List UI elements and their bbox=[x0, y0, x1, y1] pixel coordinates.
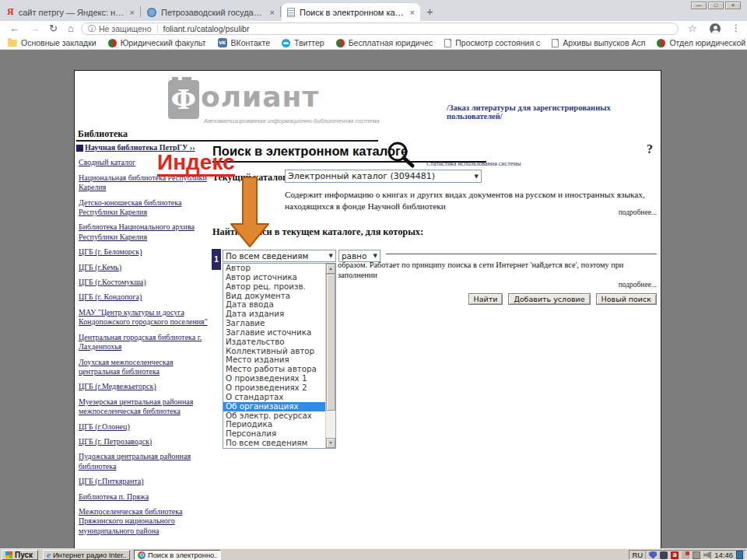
dropdown-option[interactable]: О произведениях 1 bbox=[223, 374, 325, 383]
clock[interactable]: 14:46 bbox=[714, 551, 733, 559]
sidebar-item[interactable]: ЦГБ (г.Костомукша) bbox=[79, 278, 209, 287]
sidebar-item[interactable]: ЦГБ (г.Медвежьегорск) bbox=[79, 382, 209, 391]
tab-close-icon[interactable]: × bbox=[410, 8, 415, 17]
bookmark-star-icon[interactable]: ☆ bbox=[688, 23, 697, 34]
site-icon bbox=[108, 39, 117, 47]
chevron-down-icon: ▼ bbox=[329, 253, 333, 259]
close-icon[interactable]: × bbox=[725, 2, 741, 9]
windows-flag-icon bbox=[5, 551, 12, 558]
find-button[interactable]: Найти bbox=[468, 293, 503, 305]
sidebar-item[interactable]: ЦГБ (г.Кемь) bbox=[79, 263, 209, 272]
sidebar-item[interactable]: МАУ "Центр культуры и досуга Кондопожско… bbox=[79, 308, 209, 327]
dropdown-option[interactable]: Коллективный автор bbox=[223, 347, 325, 356]
scroll-up-icon[interactable]: ▲ bbox=[326, 264, 335, 274]
sidebar-item[interactable]: Центральная городская библиотека г. Лахд… bbox=[79, 333, 209, 352]
minimize-icon[interactable]: — bbox=[691, 2, 707, 9]
search-field-select[interactable]: По всем сведениям ▼ bbox=[223, 250, 336, 262]
catalog-select[interactable]: Электронный каталог (3094481) ▼ bbox=[285, 170, 482, 183]
sidebar-item[interactable]: Межпоселенческая библиотека Пряжинского … bbox=[79, 507, 209, 536]
dropdown-option[interactable]: Вид документа bbox=[223, 292, 325, 301]
new-search-button[interactable]: Новый поиск bbox=[596, 293, 657, 305]
sidebar-item[interactable]: ЦГБ (г. Кондопога) bbox=[79, 292, 209, 302]
hint-more-link[interactable]: подробнее... bbox=[573, 281, 657, 289]
add-condition-button[interactable]: Добавить условие bbox=[508, 293, 590, 305]
dropdown-option-selected[interactable]: Об организациях bbox=[223, 402, 325, 411]
back-icon[interactable]: ← bbox=[9, 23, 19, 34]
help-link[interactable]: ? bbox=[647, 142, 653, 156]
taskbar: Пуск e Интернет радио Inter... Поиск в э… bbox=[0, 548, 747, 560]
bookmark-item[interactable]: Архивы выпусков Асп bbox=[552, 38, 645, 47]
security-shield-icon[interactable] bbox=[649, 551, 657, 559]
dropdown-option[interactable]: Место издания bbox=[223, 355, 325, 365]
taskbar-task-ie[interactable]: e Интернет радио Inter... bbox=[43, 550, 130, 560]
dropdown-options-list: Автор Автор источника Автор рец. произв.… bbox=[223, 264, 325, 448]
language-indicator[interactable]: RU bbox=[632, 551, 646, 559]
volume-icon[interactable] bbox=[703, 551, 711, 559]
tray-status-icon[interactable] bbox=[682, 551, 689, 559]
dropdown-option[interactable]: Автор источника bbox=[223, 273, 325, 282]
bookmark-item[interactable]: Просмотр состояния с bbox=[444, 38, 540, 47]
sidebar-item[interactable]: Пудожская центральная районная библиотек… bbox=[79, 452, 209, 471]
dropdown-option[interactable]: О стандартах bbox=[223, 393, 325, 402]
dropdown-option[interactable]: Персоналия bbox=[223, 429, 325, 439]
search-value-input[interactable] bbox=[386, 243, 657, 254]
tab-close-icon[interactable]: × bbox=[270, 8, 275, 17]
dropdown-option[interactable]: Заглавие источника bbox=[223, 328, 325, 338]
browser-toolbar: ← → ↻ ⌂ ⓘ Не защищено foliant.ru/catalog… bbox=[0, 21, 747, 37]
dropdown-option[interactable]: Периодика bbox=[223, 420, 325, 429]
bookmark-folder[interactable]: Основные закладки bbox=[8, 38, 96, 47]
yandex-favicon: Я bbox=[7, 6, 14, 18]
sidebar-item[interactable]: ЦГБ (г. Беломорск) bbox=[79, 247, 209, 257]
more-link[interactable]: подробнее... bbox=[573, 208, 657, 216]
dropdown-option[interactable]: Дата издания bbox=[223, 310, 325, 319]
order-literature-link[interactable]: /Заказ литературы для зарегистрированных… bbox=[447, 103, 655, 121]
dropdown-option[interactable]: Заглавие bbox=[223, 319, 325, 328]
sidebar-item[interactable]: Лоухская межпоселенческая центральная би… bbox=[79, 358, 209, 377]
tab-close-icon[interactable]: × bbox=[130, 8, 135, 17]
taskbar-task-chrome-active[interactable]: Поиск в электронно... bbox=[134, 550, 221, 560]
sidebar-item[interactable]: Детско-юношеская библиотека Республики К… bbox=[79, 198, 209, 218]
scrollbar-thumb[interactable] bbox=[326, 274, 335, 411]
dropdown-option[interactable]: Дата ввода bbox=[223, 300, 325, 310]
bookmarks-bar: Основные закладки Юридический факульт VK… bbox=[0, 37, 747, 50]
address-bar[interactable]: ⓘ Не защищено foliant.ru/catalog/psulibr bbox=[81, 23, 679, 35]
scroll-down-icon[interactable]: ▼ bbox=[326, 438, 335, 448]
dropdown-option[interactable]: Автор рец. произв. bbox=[223, 282, 325, 292]
url-text[interactable]: foliant.ru/catalog/psulibr bbox=[163, 24, 250, 33]
new-tab-button[interactable]: + bbox=[426, 5, 433, 18]
home-icon[interactable]: ⌂ bbox=[68, 23, 74, 34]
tab-petrsu-site[interactable]: Петрозаводский государственный × bbox=[142, 3, 280, 21]
dropdown-scrollbar[interactable]: ▲ ▼ bbox=[325, 264, 335, 448]
tab-catalog-search[interactable]: Поиск в электронном каталоге × bbox=[282, 3, 420, 21]
bookmark-item[interactable]: Отдел юридической п bbox=[657, 38, 747, 47]
forward-icon[interactable]: → bbox=[30, 23, 40, 34]
bookmark-twitter[interactable]: Твиттер bbox=[282, 38, 324, 47]
dropdown-option[interactable]: Об электр. ресурсах bbox=[223, 411, 325, 421]
dropdown-option[interactable]: По всем сведениям bbox=[223, 439, 325, 448]
maximize-icon[interactable]: □ bbox=[708, 2, 724, 9]
sidebar-item[interactable]: ЦГБ (г. Петрозаводск) bbox=[79, 437, 209, 446]
info-icon[interactable]: ⓘ bbox=[88, 23, 96, 34]
acrobat-icon[interactable]: a bbox=[671, 551, 679, 559]
network-icon[interactable] bbox=[693, 551, 700, 559]
bookmark-item[interactable]: Юридический факульт bbox=[108, 38, 206, 47]
reload-icon[interactable]: ↻ bbox=[49, 23, 58, 34]
profile-avatar-icon[interactable] bbox=[710, 23, 721, 34]
dropdown-option[interactable]: Автор bbox=[223, 264, 325, 273]
sidebar-item[interactable]: Библиотека п. Пряжа bbox=[79, 492, 209, 502]
statistics-link[interactable]: Статистика использования системы bbox=[426, 160, 521, 167]
tab-yandex-search[interactable]: Я сайт петргу — Яндекс: нашлось 2 × bbox=[2, 3, 140, 21]
show-desktop-button[interactable] bbox=[736, 551, 743, 559]
dropdown-option[interactable]: Место работы автора bbox=[223, 365, 325, 374]
bookmark-item[interactable]: Бесплатная юридичес bbox=[336, 38, 433, 47]
sidebar-item[interactable]: Библиотека Национального архива Республи… bbox=[79, 222, 209, 242]
sidebar-item[interactable]: Муезерская центральная районная межпосел… bbox=[79, 397, 209, 417]
dropdown-option[interactable]: О произведениях 2 bbox=[223, 383, 325, 393]
tray-app-icon[interactable] bbox=[660, 551, 668, 559]
sidebar-item[interactable]: ЦГБ (г.Олонец) bbox=[79, 422, 209, 432]
menu-dots-icon[interactable]: ⋮ bbox=[731, 23, 741, 33]
bookmark-vk[interactable]: VK ВКонтакте bbox=[218, 38, 271, 47]
dropdown-option[interactable]: Издательство bbox=[223, 338, 325, 347]
sidebar-item[interactable]: ЦГБ (г.Питкяранта) bbox=[79, 477, 209, 486]
start-button[interactable]: Пуск bbox=[2, 550, 38, 560]
